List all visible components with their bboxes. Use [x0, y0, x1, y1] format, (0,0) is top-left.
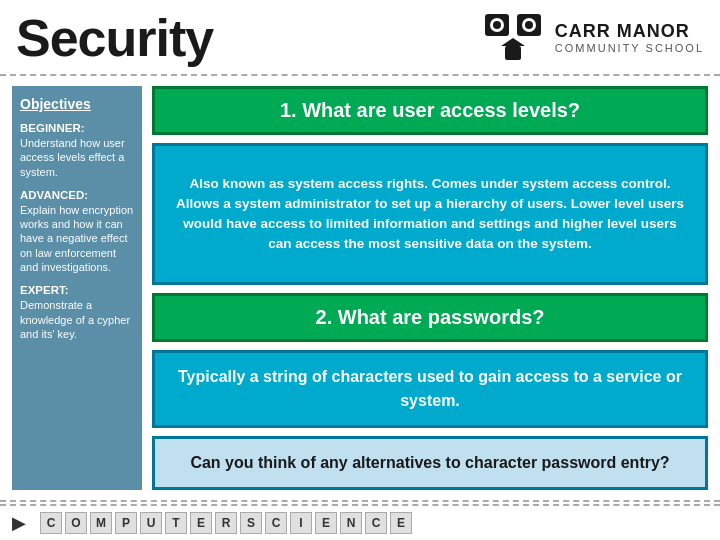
footer-letter: E [390, 512, 412, 534]
footer-letter: I [290, 512, 312, 534]
svg-rect-7 [505, 46, 521, 60]
school-subtitle: COMMUNITY SCHOOL [555, 42, 704, 55]
sidebar-beginner-text: Understand how user access levels effect… [20, 136, 134, 179]
footer-letter: C [40, 512, 62, 534]
sidebar-beginner-section: BEGINNER: Understand how user access lev… [20, 122, 134, 179]
svg-point-5 [525, 21, 533, 29]
sidebar-expert-section: EXPERT: Demonstrate a knowledge of a cyp… [20, 284, 134, 341]
question-2-box: 2. What are passwords? [152, 293, 708, 342]
footer-letter: O [65, 512, 87, 534]
sidebar-advanced-text: Explain how encryption works and how it … [20, 203, 134, 274]
sidebar-beginner-label: BEGINNER: [20, 122, 134, 134]
page-title: Security [16, 8, 213, 68]
footer-letter: N [340, 512, 362, 534]
footer-divider [0, 500, 720, 502]
answer-3-box: Can you think of any alternatives to cha… [152, 436, 708, 490]
sidebar-expert-text: Demonstrate a knowledge of a cypher and … [20, 298, 134, 341]
svg-point-4 [493, 21, 501, 29]
content-area: 1. What are user access levels? Also kno… [152, 86, 708, 490]
sidebar-objectives-label: Objectives [20, 96, 134, 112]
footer-letter: E [190, 512, 212, 534]
sidebar-advanced-label: ADVANCED: [20, 189, 134, 201]
sidebar-expert-label: EXPERT: [20, 284, 134, 296]
svg-marker-6 [501, 38, 525, 46]
footer-letter: M [90, 512, 112, 534]
answer-3-text: Can you think of any alternatives to cha… [190, 454, 669, 471]
answer-2-box: Typically a string of characters used to… [152, 350, 708, 428]
logo-text: CARR MANOR COMMUNITY SCHOOL [555, 21, 704, 56]
sidebar: Objectives BEGINNER: Understand how user… [12, 86, 142, 490]
sidebar-advanced-section: ADVANCED: Explain how encryption works a… [20, 189, 134, 274]
school-logo-icon [481, 10, 545, 66]
header: Security CARR MANOR COMMUNITY SCHOOL [0, 0, 720, 72]
footer-letter: C [265, 512, 287, 534]
play-icon[interactable]: ▶ [12, 512, 26, 534]
answer-1-text: Also known as system access rights. Come… [171, 174, 689, 255]
footer-letter: U [140, 512, 162, 534]
footer-letters: COMPUTERSCIENCE [40, 512, 412, 534]
answer-1-box: Also known as system access rights. Come… [152, 143, 708, 285]
header-divider [0, 74, 720, 76]
logo-area: CARR MANOR COMMUNITY SCHOOL [481, 10, 704, 66]
main-content: Objectives BEGINNER: Understand how user… [0, 78, 720, 498]
question-1-box: 1. What are user access levels? [152, 86, 708, 135]
footer-letter: E [315, 512, 337, 534]
answer-2-text: Typically a string of characters used to… [178, 368, 682, 409]
footer: ▶ COMPUTERSCIENCE [0, 504, 720, 540]
footer-letter: C [365, 512, 387, 534]
footer-letter: S [240, 512, 262, 534]
school-name: CARR MANOR [555, 21, 704, 43]
footer-letter: P [115, 512, 137, 534]
footer-letter: T [165, 512, 187, 534]
footer-letter: R [215, 512, 237, 534]
